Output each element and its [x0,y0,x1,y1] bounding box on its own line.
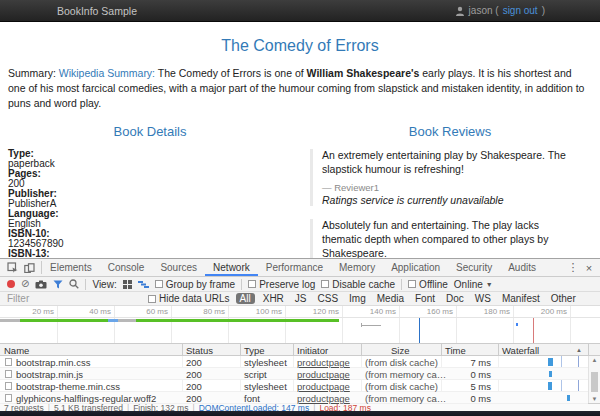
sign-out-link[interactable]: sign out [503,5,538,16]
table-row[interactable]: bootstrap-theme.min.css 200 stylesheet p… [0,380,588,392]
column-header-time[interactable]: Time [445,345,466,356]
dom-content-loaded-line [419,318,420,343]
timeline-tick: 120 ms [313,307,339,316]
timeline-tick: 40 ms [89,307,111,316]
waterfall-bar [549,371,552,377]
tab-network[interactable]: Network [205,259,258,276]
column-header-name[interactable]: Name [4,345,29,356]
table-row[interactable]: bootstrap.min.js 200 script productpage … [0,368,588,380]
request-status: 200 [186,369,202,380]
request-initiator-link[interactable]: productpage [297,393,350,404]
tab-audits[interactable]: Audits [500,259,544,276]
large-rows-icon[interactable] [123,280,132,289]
column-header-initiator[interactable]: Initiator [297,345,328,356]
filter-type-css[interactable]: CSS [315,293,342,304]
filter-type-doc[interactable]: Doc [443,293,467,304]
device-toolbar-icon[interactable] [24,263,35,273]
filter-type-manifest[interactable]: Manifest [499,293,543,304]
column-header-type[interactable]: Type [244,345,265,356]
filter-type-xhr[interactable]: XHR [260,293,287,304]
request-time: 0 ms [441,369,491,380]
tab-memory[interactable]: Memory [331,259,383,276]
timeline-tick: 80 ms [203,307,225,316]
request-size: (from memory ca… [365,369,437,380]
throttling-dropdown[interactable]: Online ▼ [454,279,493,290]
review-text: An extremely entertaining play by Shakes… [322,149,572,177]
wikipedia-summary-link[interactable]: Wikipedia Summary: [59,67,155,79]
tab-application[interactable]: Application [383,259,448,276]
column-header-status[interactable]: Status [186,345,213,356]
request-name: bootstrap-theme.min.css [16,381,120,392]
group-by-frame-checkbox[interactable]: Group by frame [155,279,235,290]
disable-cache-checkbox[interactable]: Disable cache [321,279,395,290]
column-header-size[interactable]: Size [391,345,409,356]
show-overview-icon[interactable] [138,280,149,289]
file-icon [5,394,12,402]
file-icon [5,382,12,390]
filter-type-media[interactable]: Media [374,293,407,304]
request-initiator-link[interactable]: productpage [297,369,350,380]
scroll-up-icon[interactable]: ▲ [589,357,600,363]
scroll-down-icon[interactable]: ▼ [589,396,600,402]
search-icon[interactable] [69,279,79,289]
book-reviews-heading: Book Reviews [300,124,600,139]
brand-link[interactable]: BookInfo Sample [57,5,137,17]
tab-elements[interactable]: Elements [42,259,100,276]
hide-data-urls-checkbox[interactable]: Hide data URLs [148,293,230,304]
waterfall-bar [548,382,552,390]
filter-input[interactable] [7,293,142,304]
timeline-tick: 180 ms [484,307,510,316]
table-scrollbar[interactable]: ▲ ▼ [588,356,600,403]
filter-icon[interactable] [53,280,63,289]
request-status: 200 [186,357,202,368]
filter-type-js[interactable]: JS [292,293,310,304]
request-status: 200 [186,381,202,392]
load-event-line [533,318,534,343]
network-overview[interactable]: 20 ms 40 ms 60 ms 80 ms 100 ms 120 ms 14… [0,306,600,344]
overview-marker [516,323,518,326]
filter-type-font[interactable]: Font [412,293,438,304]
bottom-edge [0,411,600,416]
filter-type-all[interactable]: All [236,293,255,304]
timeline-tick: 160 ms [427,307,453,316]
request-time: 0 ms [441,393,491,404]
view-label: View: [92,279,116,290]
request-time: 5 ms [441,381,491,392]
overview-bar-segment [136,319,339,322]
filter-type-ws[interactable]: WS [472,293,494,304]
product-page: The Comedy of Errors Summary: Wikipedia … [0,22,600,258]
table-row[interactable]: glyphicons-halflings-regular.woff2 200 f… [0,392,588,404]
request-initiator-link[interactable]: productpage [297,357,350,368]
tab-sources[interactable]: Sources [152,259,205,276]
request-initiator-link[interactable]: productpage [297,381,350,392]
column-header-waterfall[interactable]: Waterfall [502,345,539,356]
devtools-close-icon[interactable]: × [582,262,596,274]
scrollbar-thumb[interactable] [591,372,598,392]
filter-type-other[interactable]: Other [548,293,579,304]
offline-checkbox[interactable]: Offline [408,279,448,290]
file-icon [5,370,12,378]
review-author: — Reviewer1 [322,182,572,193]
record-network-log-icon[interactable] [7,280,15,288]
table-row[interactable]: bootstrap.min.css 200 stylesheet product… [0,356,588,368]
user-icon [455,6,465,16]
request-status: 200 [186,393,202,404]
network-toolbar: ⊘ View: Group by frame Preserve [0,277,600,292]
book-details-list: Type: paperback Pages: 200 Publisher: Pu… [8,149,300,269]
network-filterbar: Hide data URLs All XHR JS CSS Img Media … [0,292,600,306]
timeline-tick: 200 ms [541,307,567,316]
capture-screenshots-icon[interactable] [35,280,47,289]
username-suffix: ) [542,5,545,16]
tab-security[interactable]: Security [448,259,500,276]
tab-console[interactable]: Console [100,259,153,276]
requests-table-header: Name Status Type Initiator Size Time Wat… [0,344,600,356]
overview-bar-segment [108,319,118,322]
preserve-log-checkbox[interactable]: Preserve log [248,279,315,290]
inspect-element-icon[interactable] [7,262,18,273]
filter-type-img[interactable]: Img [346,293,369,304]
clear-icon[interactable]: ⊘ [21,279,29,289]
tab-performance[interactable]: Performance [258,259,331,276]
request-size: (from disk cache) [365,357,437,368]
devtools-menu-icon[interactable]: ⋮ [566,261,580,274]
sort-ascending-icon[interactable]: ▲ [576,347,582,353]
